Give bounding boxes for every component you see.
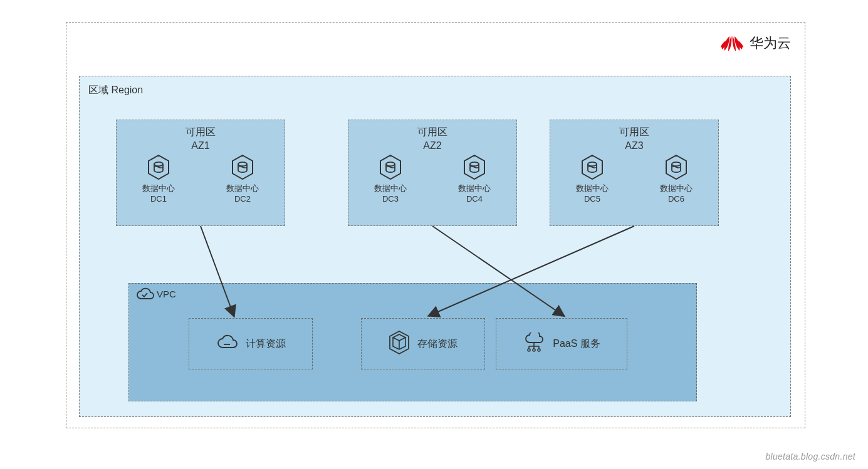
brand-lockup: 华为云 [721,34,791,53]
dc-label: 数据中心DC4 [458,183,491,205]
resource-paas: PaaS 服务 [496,318,627,369]
cloud-network-icon [523,332,545,355]
database-hex-icon [231,155,254,180]
dc-row: 数据中心DC3 数据中心DC4 [348,155,516,205]
region-title: 区域 Region [88,84,143,97]
datacenter-dc4: 数据中心DC4 [440,155,509,205]
vpc-box: VPC 计算资源 存储资源 PaaS 服务 [128,283,697,401]
az-title-en: AZ1 [191,140,209,151]
svg-point-0 [154,162,163,166]
resource-label: PaaS 服务 [553,338,600,351]
resource-label: 计算资源 [246,338,286,351]
resource-storage: 存储资源 [361,318,485,369]
svg-point-2 [386,162,395,166]
svg-point-4 [588,162,597,166]
cloud-compute-icon [216,334,238,354]
az-title-cn: 可用区 [417,126,447,137]
dc-label: 数据中心DC6 [660,183,693,205]
dc-label: 数据中心DC1 [142,183,175,205]
region-box: 区域 Region 可用区 AZ1 数据中心DC1 数据中心DC2 可用 [79,76,791,417]
svg-point-6 [528,349,530,351]
datacenter-dc6: 数据中心DC6 [642,155,711,205]
svg-point-8 [538,349,540,351]
az-title-en: AZ2 [423,140,441,151]
availability-zone-az2: 可用区 AZ2 数据中心DC3 数据中心DC4 [348,120,517,226]
database-hex-icon [379,155,402,180]
az-title: 可用区 AZ1 [117,125,285,152]
dc-row: 数据中心DC1 数据中心DC2 [117,155,285,205]
svg-point-5 [672,162,681,166]
az-title: 可用区 AZ2 [348,125,516,152]
dc-label: 数据中心DC3 [374,183,407,205]
datacenter-dc5: 数据中心DC5 [558,155,627,205]
resource-compute: 计算资源 [189,318,313,369]
az-title: 可用区 AZ3 [550,125,718,152]
database-hex-icon [147,155,170,180]
datacenter-dc2: 数据中心DC2 [208,155,277,205]
az-title-cn: 可用区 [186,126,216,137]
svg-point-3 [470,162,479,166]
svg-point-7 [533,349,535,351]
database-hex-icon [665,155,688,180]
dc-row: 数据中心DC5 数据中心DC6 [550,155,718,205]
availability-zone-az1: 可用区 AZ1 数据中心DC1 数据中心DC2 [116,120,285,226]
vpc-label: VPC [157,289,176,299]
dc-label: 数据中心DC2 [226,183,259,205]
svg-point-1 [238,162,247,166]
resource-label: 存储资源 [417,338,458,351]
storage-hex-icon [389,331,410,357]
database-hex-icon [463,155,486,180]
az-title-cn: 可用区 [619,126,649,137]
brand-label: 华为云 [750,34,791,53]
watermark: bluetata.blog.csdn.net [765,451,855,461]
outer-container: 华为云 区域 Region 可用区 AZ1 数据中心DC1 数据中心DC2 [66,22,805,428]
datacenter-dc1: 数据中心DC1 [124,155,193,205]
availability-zone-az3: 可用区 AZ3 数据中心DC5 数据中心DC6 [550,120,719,226]
database-hex-icon [581,155,604,180]
cloud-check-icon [135,287,154,304]
az-title-en: AZ3 [625,140,643,151]
datacenter-dc3: 数据中心DC3 [356,155,425,205]
dc-label: 数据中心DC5 [576,183,609,205]
huawei-logo-icon [721,34,743,52]
